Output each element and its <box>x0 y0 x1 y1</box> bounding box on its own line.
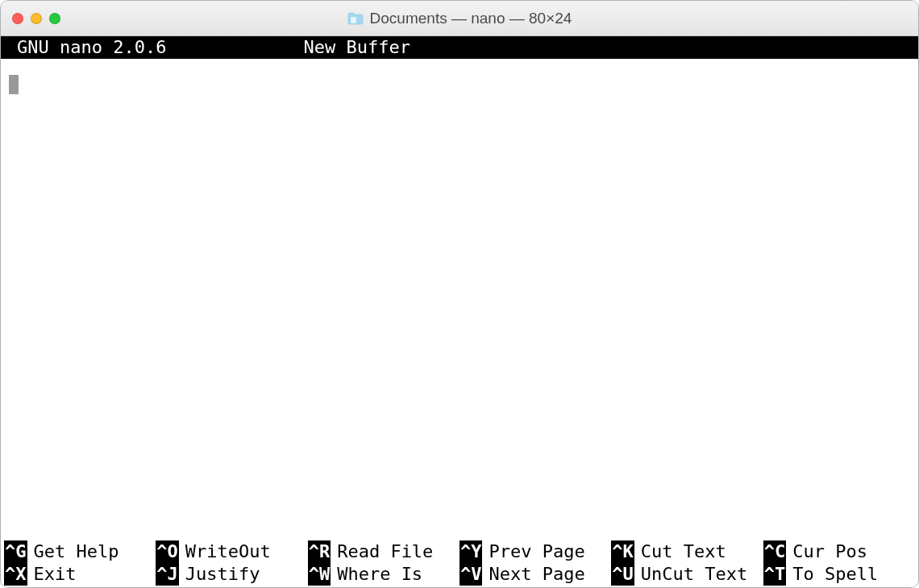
text-cursor <box>9 75 19 94</box>
shortcut-label: Cur Pos <box>786 540 867 563</box>
shortcut-read-file: ^R Read File <box>308 540 460 563</box>
shortcut-next-page: ^V Next Page <box>460 563 611 586</box>
shortcut-justify: ^J Justify <box>156 563 307 586</box>
shortcut-exit: ^X Exit <box>4 563 156 586</box>
shortcut-label: Where Is <box>331 563 422 586</box>
shortcut-label: UnCut Text <box>634 563 747 586</box>
nano-header: GNU nano 2.0.6 New Buffer <box>1 36 918 59</box>
shortcut-where-is: ^W Where Is <box>308 563 460 586</box>
terminal-window: Documents — nano — 80×24 GNU nano 2.0.6 … <box>0 0 919 588</box>
shortcut-label: Justify <box>179 563 260 586</box>
shortcut-key: ^R <box>308 540 331 563</box>
shortcut-key: ^X <box>4 563 27 586</box>
shortcut-key: ^O <box>156 540 179 563</box>
shortcut-cur-pos: ^C Cur Pos <box>763 540 915 563</box>
shortcut-label: Prev Page <box>482 540 584 563</box>
title-container: Documents — nano — 80×24 <box>1 1 918 35</box>
shortcut-key: ^G <box>4 540 27 563</box>
folder-icon <box>347 12 364 25</box>
shortcut-label: Get Help <box>27 540 119 563</box>
svg-rect-0 <box>351 17 356 23</box>
shortcut-get-help: ^G Get Help <box>4 540 156 563</box>
window-titlebar: Documents — nano — 80×24 <box>1 1 918 36</box>
nano-buffer-name: New Buffer <box>166 36 915 59</box>
shortcut-cut-text: ^K Cut Text <box>611 540 763 563</box>
minimize-button[interactable] <box>31 13 42 24</box>
shortcut-writeout: ^O WriteOut <box>156 540 307 563</box>
shortcut-key: ^Y <box>460 540 483 563</box>
shortcut-key: ^V <box>460 563 483 586</box>
shortcut-label: To Spell <box>786 563 878 586</box>
shortcut-key: ^T <box>763 563 787 586</box>
window-title: Documents — nano — 80×24 <box>370 10 572 27</box>
close-button[interactable] <box>12 13 23 24</box>
shortcut-key: ^U <box>611 563 634 586</box>
nano-version: GNU nano 2.0.6 <box>4 36 166 59</box>
maximize-button[interactable] <box>49 13 60 24</box>
shortcut-label: Exit <box>27 563 77 586</box>
shortcut-key: ^J <box>156 563 179 586</box>
shortcut-key: ^W <box>308 563 331 586</box>
shortcut-key: ^C <box>763 540 787 563</box>
shortcut-label: Cut Text <box>634 540 726 563</box>
window-controls <box>12 13 60 24</box>
shortcut-to-spell: ^T To Spell <box>763 563 915 586</box>
shortcut-label: Next Page <box>482 563 584 586</box>
shortcut-label: Read File <box>331 540 433 563</box>
shortcut-label: WriteOut <box>179 540 271 563</box>
terminal-content[interactable]: GNU nano 2.0.6 New Buffer ^G Get Help ^O… <box>1 36 918 587</box>
shortcut-key: ^K <box>611 540 634 563</box>
shortcut-uncut-text: ^U UnCut Text <box>611 563 763 586</box>
editor-area[interactable] <box>1 59 918 540</box>
shortcut-prev-page: ^Y Prev Page <box>460 540 611 563</box>
shortcut-bar: ^G Get Help ^O WriteOut ^R Read File ^Y … <box>1 540 918 587</box>
